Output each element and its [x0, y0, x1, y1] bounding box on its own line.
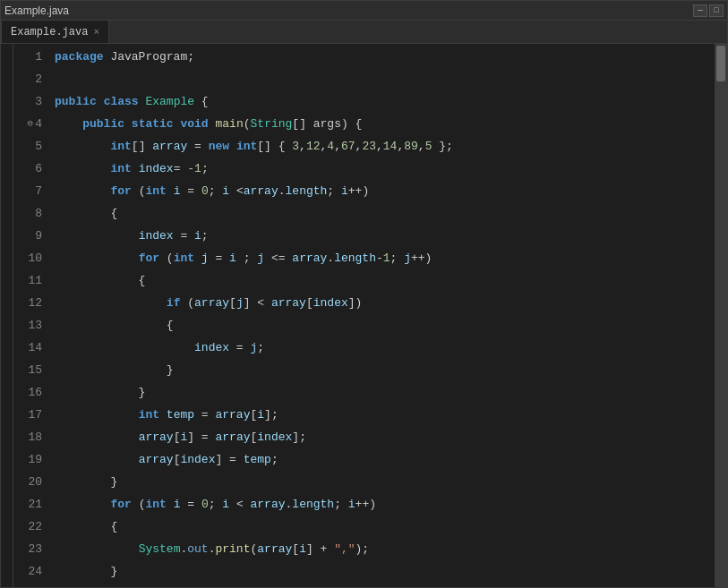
line-num: 11 [17, 269, 42, 292]
line-num: 7 [17, 180, 42, 202]
line-num: 18 [17, 426, 42, 448]
line-num: 23 [17, 538, 42, 560]
code-line-15: } [55, 359, 707, 381]
code-line-21: for (int i = 0; i < array.length; i++) [55, 493, 707, 516]
tab-label: Example.java [11, 26, 88, 38]
window-controls[interactable]: — □ [693, 4, 724, 17]
line-num: 13 [17, 314, 42, 337]
line-num: ⊖4 [17, 113, 42, 135]
line-num: 14 [17, 337, 42, 359]
line-num: 3 [17, 90, 42, 113]
file-tab[interactable]: Example.java × [1, 20, 109, 43]
code-editor[interactable]: package JavaProgram; public class Exampl… [47, 44, 715, 587]
code-line-2 [55, 68, 707, 90]
code-line-13: { [55, 314, 707, 337]
left-gutter [1, 44, 13, 587]
code-line-10: for (int j = i ; j <= array.length-1; j+… [55, 247, 707, 269]
code-line-19: array[index] = temp; [55, 448, 707, 471]
line-num: 5 [17, 135, 42, 158]
code-line-7: for (int i = 0; i <array.length; i++) [55, 180, 707, 202]
title-bar-left: Example.java [4, 4, 69, 17]
line-num: 17 [17, 404, 42, 426]
line-num: 10 [17, 247, 42, 269]
line-num: 12 [17, 292, 42, 314]
line-num: 25 [17, 583, 42, 587]
code-line-6: int index= -1; [55, 158, 707, 180]
minimize-button[interactable]: — [693, 4, 707, 17]
line-num: 15 [17, 359, 42, 381]
code-line-17: int temp = array[i]; [55, 404, 707, 426]
code-line-5: int[] array = new int[] { 3,12,4,67,23,1… [55, 135, 707, 158]
title-bar: Example.java — □ [1, 1, 727, 21]
code-line-3: public class Example { [55, 90, 707, 113]
line-num: 21 [17, 493, 42, 516]
main-window: Example.java — □ Example.java × 1 2 3 ⊖4… [0, 0, 728, 588]
code-line-4: public static void main(String[] args) { [55, 113, 707, 135]
scrollbar-thumb[interactable] [716, 46, 725, 81]
tab-close-button[interactable]: × [93, 27, 99, 38]
line-num: 9 [17, 225, 42, 247]
line-num: 20 [17, 471, 42, 493]
line-num: 6 [17, 158, 42, 180]
code-line-25: } [55, 583, 707, 587]
line-num: 19 [17, 448, 42, 471]
line-num: 24 [17, 560, 42, 583]
code-line-12: if (array[j] < array[index]) [55, 292, 707, 314]
code-line-11: { [55, 269, 707, 292]
code-line-20: } [55, 471, 707, 493]
line-num: 1 [17, 46, 42, 68]
code-line-16: } [55, 381, 707, 404]
code-line-9: index = i; [55, 225, 707, 247]
fold-icon[interactable]: ⊖ [28, 113, 34, 135]
line-numbers: 1 2 3 ⊖4 5 6 7 8 9 10 11 12 13 14 15 16 … [13, 44, 47, 587]
vertical-scrollbar[interactable] [715, 44, 727, 587]
code-line-24: } [55, 560, 707, 583]
code-line-23: System.out.print(array[i] + ","); [55, 538, 707, 560]
code-line-14: index = j; [55, 337, 707, 359]
code-line-1: package JavaProgram; [55, 46, 707, 68]
line-num: 22 [17, 516, 42, 538]
window-title: Example.java [4, 4, 69, 17]
code-line-22: { [55, 516, 707, 538]
tab-bar: Example.java × [1, 21, 727, 44]
line-num: 16 [17, 381, 42, 404]
maximize-button[interactable]: □ [709, 4, 724, 17]
code-line-18: array[i] = array[index]; [55, 426, 707, 448]
code-line-8: { [55, 202, 707, 225]
line-num: 2 [17, 68, 42, 90]
editor-container: 1 2 3 ⊖4 5 6 7 8 9 10 11 12 13 14 15 16 … [1, 44, 727, 587]
line-num: 8 [17, 202, 42, 225]
